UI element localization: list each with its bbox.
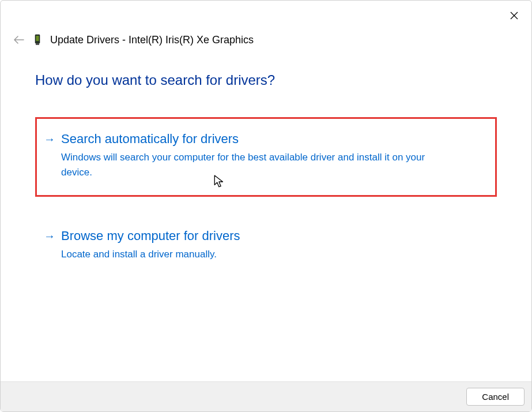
svg-rect-4 [36,43,39,45]
update-drivers-dialog: Update Drivers - Intel(R) Iris(R) Xe Gra… [0,0,532,412]
dialog-heading: How do you want to search for drivers? [35,72,497,88]
back-button[interactable] [13,34,25,46]
close-button[interactable] [505,6,523,25]
dialog-footer: Cancel [1,381,531,411]
dialog-title: Update Drivers - Intel(R) Iris(R) Xe Gra… [50,34,254,46]
back-arrow-icon [14,36,24,44]
arrow-right-icon: → [44,133,55,146]
option-header: → Browse my computer for drivers [44,229,485,244]
option-search-automatically[interactable]: → Search automatically for drivers Windo… [35,117,497,197]
dialog-header: Update Drivers - Intel(R) Iris(R) Xe Gra… [1,1,531,47]
dialog-content: How do you want to search for drivers? →… [1,47,531,381]
option-description: Windows will search your computer for th… [61,150,430,179]
option-browse-computer[interactable]: → Browse my computer for drivers Locate … [35,214,497,279]
option-title: Browse my computer for drivers [61,229,240,244]
option-title: Search automatically for drivers [61,132,239,147]
svg-rect-3 [36,36,39,41]
device-icon [33,33,42,47]
cancel-button[interactable]: Cancel [466,388,525,406]
arrow-right-icon: → [44,230,55,243]
option-header: → Search automatically for drivers [44,132,485,147]
option-description: Locate and install a driver manually. [61,247,430,262]
close-icon [510,12,518,20]
